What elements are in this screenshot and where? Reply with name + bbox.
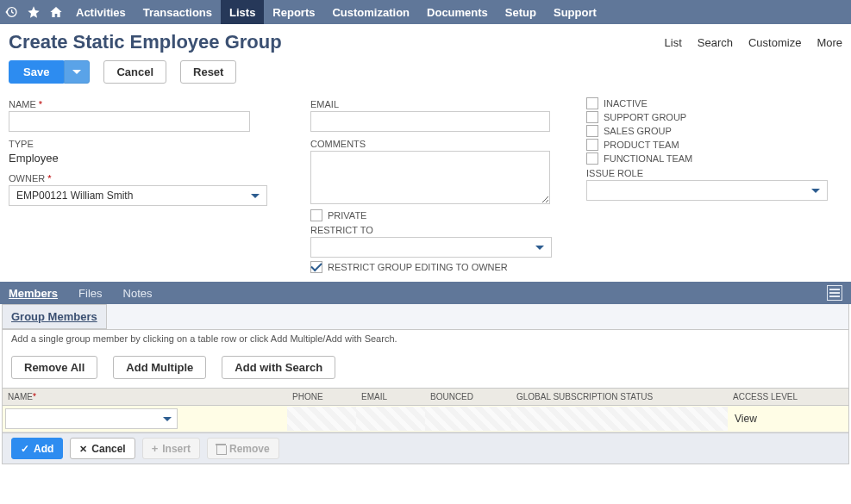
action-row: Save Cancel Reset bbox=[0, 57, 851, 96]
header-link-more[interactable]: More bbox=[817, 36, 842, 49]
members-panel: Group Members Add a single group member … bbox=[2, 304, 849, 464]
subtab-notes[interactable]: Notes bbox=[123, 287, 153, 300]
private-label: PRIVATE bbox=[328, 210, 366, 221]
chevron-down-icon bbox=[535, 246, 544, 250]
owner-label: OWNER * bbox=[9, 173, 310, 184]
owner-value: EMP00121 William Smith bbox=[16, 190, 133, 202]
form-area: NAME * TYPE Employee OWNER * EMP00121 Wi… bbox=[0, 96, 851, 275]
star-icon[interactable] bbox=[22, 1, 45, 23]
chevron-down-icon bbox=[163, 417, 172, 421]
functional-team-checkbox[interactable] bbox=[586, 152, 598, 165]
row-insert-button: Insert bbox=[142, 438, 200, 459]
global-cell bbox=[511, 407, 728, 431]
nav-support[interactable]: Support bbox=[545, 0, 605, 24]
nav-customization[interactable]: Customization bbox=[323, 0, 418, 24]
comments-input[interactable] bbox=[310, 151, 550, 204]
email-label: EMAIL bbox=[310, 99, 586, 109]
product-team-label: PRODUCT TEAM bbox=[604, 140, 679, 150]
nav-reports[interactable]: Reports bbox=[264, 0, 323, 24]
chevron-down-icon bbox=[251, 194, 260, 198]
page-header: Create Static Employee Group List Search… bbox=[0, 24, 851, 57]
restrict-to-select[interactable] bbox=[310, 237, 552, 258]
col-access[interactable]: ACCESS LEVEL bbox=[728, 389, 848, 406]
inactive-checkbox[interactable] bbox=[586, 97, 598, 109]
name-input[interactable] bbox=[9, 111, 250, 132]
row-add-button[interactable]: Add bbox=[11, 438, 63, 459]
header-link-search[interactable]: Search bbox=[698, 36, 733, 49]
owner-select[interactable]: EMP00121 William Smith bbox=[9, 185, 267, 206]
comments-label: COMMENTS bbox=[310, 139, 586, 149]
home-icon[interactable] bbox=[45, 1, 67, 23]
page-title: Create Static Employee Group bbox=[9, 31, 282, 53]
panel-help: Add a single group member by clicking on… bbox=[3, 330, 848, 351]
inactive-label: INACTIVE bbox=[604, 98, 648, 109]
chevron-down-icon bbox=[72, 70, 81, 74]
issue-role-select[interactable] bbox=[586, 180, 828, 201]
add-with-search-button[interactable]: Add with Search bbox=[222, 356, 335, 379]
col-name[interactable]: NAME* bbox=[3, 389, 287, 406]
close-icon bbox=[79, 443, 87, 455]
save-button[interactable]: Save bbox=[9, 60, 64, 84]
issue-role-label: ISSUE ROLE bbox=[586, 168, 842, 178]
header-link-customize[interactable]: Customize bbox=[748, 36, 801, 49]
add-multiple-button[interactable]: Add Multiple bbox=[113, 356, 206, 379]
row-actions: Add Cancel Insert Remove bbox=[3, 432, 848, 464]
top-nav: Activities Transactions Lists Reports Cu… bbox=[0, 0, 851, 24]
restrict-owner-checkbox[interactable] bbox=[310, 261, 322, 273]
col-bounced[interactable]: BOUNCED bbox=[425, 389, 511, 406]
row-remove-button: Remove bbox=[207, 438, 279, 459]
nav-setup[interactable]: Setup bbox=[497, 0, 545, 24]
customize-view-icon[interactable] bbox=[827, 285, 842, 301]
subtab-bar: Members Files Notes bbox=[0, 282, 851, 304]
header-link-list[interactable]: List bbox=[665, 36, 682, 49]
nav-documents[interactable]: Documents bbox=[418, 0, 497, 24]
panel-title[interactable]: Group Members bbox=[3, 304, 107, 329]
save-dropdown[interactable] bbox=[64, 60, 90, 84]
trash-icon bbox=[216, 444, 225, 454]
recent-icon[interactable] bbox=[0, 1, 22, 23]
plus-icon bbox=[152, 442, 159, 455]
sales-group-label: SALES GROUP bbox=[604, 126, 672, 136]
functional-team-label: FUNCTIONAL TEAM bbox=[604, 153, 692, 164]
restrict-owner-label: RESTRICT GROUP EDITING TO OWNER bbox=[328, 262, 508, 272]
support-group-label: SUPPORT GROUP bbox=[604, 112, 686, 122]
access-cell[interactable]: View bbox=[728, 406, 848, 432]
bounced-cell bbox=[425, 407, 511, 431]
email-cell bbox=[356, 407, 425, 431]
email-input[interactable] bbox=[310, 111, 550, 132]
private-checkbox[interactable] bbox=[310, 209, 322, 221]
chevron-down-icon bbox=[811, 189, 820, 193]
nav-transactions[interactable]: Transactions bbox=[135, 0, 221, 24]
nav-lists[interactable]: Lists bbox=[221, 0, 264, 24]
name-label: NAME * bbox=[9, 99, 310, 109]
type-label: TYPE bbox=[9, 139, 310, 149]
col-email[interactable]: EMAIL bbox=[356, 389, 425, 406]
phone-cell bbox=[287, 407, 356, 431]
subtab-members[interactable]: Members bbox=[9, 287, 58, 300]
members-table: NAME* PHONE EMAIL BOUNCED GLOBAL SUBSCRI… bbox=[3, 388, 848, 432]
type-value: Employee bbox=[9, 151, 310, 170]
remove-all-button[interactable]: Remove All bbox=[11, 356, 97, 379]
table-row[interactable]: View bbox=[3, 406, 848, 432]
subtab-files[interactable]: Files bbox=[78, 287, 102, 300]
sales-group-checkbox[interactable] bbox=[586, 125, 598, 137]
support-group-checkbox[interactable] bbox=[586, 111, 598, 123]
restrict-to-label: RESTRICT TO bbox=[310, 225, 586, 235]
row-cancel-button[interactable]: Cancel bbox=[70, 438, 135, 459]
row-name-select[interactable] bbox=[5, 408, 178, 429]
product-team-checkbox[interactable] bbox=[586, 139, 598, 151]
check-icon bbox=[21, 443, 29, 455]
col-global[interactable]: GLOBAL SUBSCRIPTION STATUS bbox=[511, 389, 728, 406]
nav-activities[interactable]: Activities bbox=[67, 0, 135, 24]
col-phone[interactable]: PHONE bbox=[287, 389, 356, 406]
reset-button[interactable]: Reset bbox=[180, 60, 236, 84]
cancel-button[interactable]: Cancel bbox=[103, 60, 166, 84]
